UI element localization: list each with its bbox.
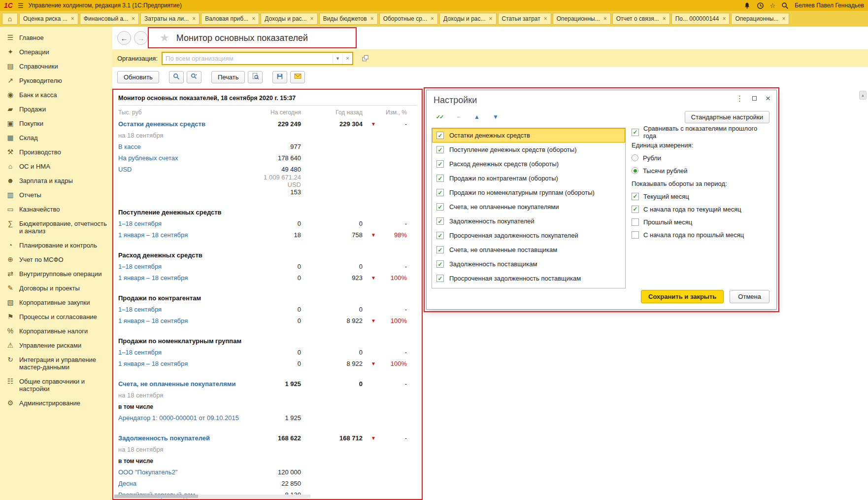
tab-close-icon[interactable]: ×: [310, 15, 314, 22]
report-link[interactable]: 1 января – 18 сентября: [118, 317, 257, 324]
sidebar-item[interactable]: ☻Зарплата и кадры: [0, 174, 112, 188]
report-link[interactable]: Задолженность покупателей: [118, 434, 257, 442]
scrollbar-up-button[interactable]: ▲: [859, 91, 867, 100]
main-menu-icon[interactable]: ☰: [18, 2, 24, 9]
sidebar-item[interactable]: ↗Руководителю: [0, 73, 112, 88]
organization-input[interactable]: [163, 53, 333, 64]
period-checkbox-row[interactable]: С начала года по прошлый месяц: [632, 228, 771, 241]
sidebar-item[interactable]: ▧Корпоративные закупки: [0, 295, 112, 310]
sidebar-item[interactable]: ↻Интеграция и управление мастер-данными: [0, 353, 112, 374]
standard-settings-button[interactable]: Стандартные настройки: [685, 111, 769, 123]
report-link[interactable]: Счета, не оплаченные покупателями: [118, 380, 257, 388]
period-checkbox[interactable]: [632, 218, 639, 226]
sidebar-item[interactable]: ⚒Производство: [0, 145, 112, 159]
current-user[interactable]: Беляев Павел Геннадьев: [795, 2, 864, 9]
preview-button[interactable]: [248, 71, 263, 83]
sidebar-item[interactable]: ▭Казначейство: [0, 202, 112, 216]
sidebar-item[interactable]: ▦Склад: [0, 131, 112, 145]
save-button[interactable]: [272, 71, 287, 83]
dropdown-chevron-icon[interactable]: ▾: [333, 53, 342, 64]
report-link[interactable]: Арендатор 1: 0000-000001 от 09.10.2015: [118, 414, 257, 422]
tab-close-icon[interactable]: ×: [71, 15, 74, 22]
sidebar-item[interactable]: ▣Покупки: [0, 116, 112, 131]
tab-close-icon[interactable]: ×: [252, 15, 255, 22]
report-link[interactable]: 1 января – 18 сентября: [118, 274, 257, 282]
indicator-item[interactable]: ✓Просроченная задолженность поставщикам: [432, 271, 625, 286]
sidebar-item[interactable]: ◔Планирование и контроль: [0, 238, 112, 252]
tab[interactable]: Статьи затрат×: [498, 13, 551, 25]
save-and-close-button[interactable]: Сохранить и закрыть: [641, 290, 724, 303]
indicator-item[interactable]: ✓Задолженность покупателей: [432, 214, 625, 228]
indicator-checkbox[interactable]: ✓: [436, 146, 444, 153]
tab-close-icon[interactable]: ×: [782, 15, 785, 22]
notifications-bell-icon[interactable]: [743, 2, 751, 9]
indicator-checkbox[interactable]: ✓: [436, 232, 444, 239]
indicator-checkbox[interactable]: ✓: [436, 275, 444, 282]
period-checkbox-row[interactable]: Прошлый месяц: [632, 215, 771, 228]
report-link[interactable]: USD: [118, 166, 257, 173]
close-icon[interactable]: ×: [766, 94, 770, 103]
sidebar-item[interactable]: ⚑Процессы и согласование: [0, 310, 112, 324]
sidebar-item[interactable]: ◉Банк и касса: [0, 88, 112, 102]
indicator-checkbox[interactable]: ✓: [436, 189, 444, 196]
report-link[interactable]: 1 января – 18 сентября: [118, 231, 257, 239]
sidebar-item[interactable]: ∑Бюджетирование, отчетность и анализ: [0, 216, 112, 238]
report-link[interactable]: 1 января – 18 сентября: [118, 360, 257, 367]
tab[interactable]: Операционны...×: [731, 13, 789, 25]
indicator-checkbox[interactable]: ✓: [436, 217, 444, 225]
tab-close-icon[interactable]: ×: [132, 15, 135, 22]
tab-close-icon[interactable]: ×: [370, 15, 374, 22]
back-button[interactable]: ←: [117, 31, 131, 45]
report-link[interactable]: 1–18 сентября: [118, 220, 257, 227]
tab-close-icon[interactable]: ×: [489, 15, 493, 22]
move-up-button[interactable]: ▲: [470, 111, 484, 123]
sidebar-item[interactable]: ▤Справочники: [0, 59, 112, 73]
period-checkbox-row[interactable]: ✓С начала года по текущий месяц: [632, 203, 771, 215]
horizontal-scrollbar[interactable]: [114, 495, 310, 498]
report-link[interactable]: Десна: [118, 480, 257, 487]
unit-radio[interactable]: [632, 167, 638, 174]
indicator-item[interactable]: ✓Продажи по номенклатурным группам (обор…: [432, 185, 625, 200]
sidebar-item[interactable]: ⚠Управление рисками: [0, 338, 112, 353]
report-link[interactable]: Остатки денежных средств: [118, 120, 257, 128]
sidebar-item[interactable]: ✦Операции: [0, 45, 112, 59]
tab[interactable]: Доходы и рас...×: [261, 13, 317, 25]
indicator-item[interactable]: ✓Задолженность поставщикам: [432, 257, 625, 271]
indicator-checkbox[interactable]: ✓: [436, 260, 444, 268]
indicator-checkbox[interactable]: ✓: [436, 160, 444, 168]
compare-checkbox-row[interactable]: ✓ Сравнивать с показателями прошлого год…: [632, 126, 771, 139]
indicator-item[interactable]: ✓Счета, не оплаченные поставщикам: [432, 243, 625, 257]
refresh-button[interactable]: Обновить: [117, 71, 159, 83]
tab-close-icon[interactable]: ×: [663, 15, 666, 22]
indicator-checkbox[interactable]: ✓: [436, 175, 444, 182]
tab-close-icon[interactable]: ×: [544, 15, 547, 22]
favorites-star-icon[interactable]: ☆: [770, 2, 776, 9]
uncheck-all-button[interactable]: ▫▫: [451, 111, 465, 123]
report-link[interactable]: 1–18 сентября: [118, 349, 257, 356]
indicator-item[interactable]: ✓Продажи по контрагентам (обороты): [432, 171, 625, 185]
tab-close-icon[interactable]: ×: [431, 15, 434, 22]
tab[interactable]: Затраты на ли...×: [140, 13, 200, 25]
sidebar-item[interactable]: ⇄Внутригрупповые операции: [0, 267, 112, 281]
history-icon[interactable]: [757, 2, 764, 9]
clear-field-icon[interactable]: ×: [342, 53, 352, 64]
tab[interactable]: Валовая приб...×: [201, 13, 259, 25]
sidebar-item[interactable]: ▥Отчеты: [0, 188, 112, 202]
sidebar-item[interactable]: ☷Общие справочники и настройки: [0, 374, 112, 396]
tab[interactable]: Виды бюджетов×: [319, 13, 378, 25]
print-button[interactable]: Печать: [211, 71, 245, 83]
reset-search-button[interactable]: [187, 71, 201, 83]
report-link[interactable]: 1–18 сентября: [118, 263, 257, 270]
favorite-star-icon[interactable]: ★: [160, 32, 169, 44]
scrollbar-thumb[interactable]: [114, 495, 198, 498]
tab-close-icon[interactable]: ×: [603, 15, 607, 22]
move-down-button[interactable]: ▼: [489, 111, 502, 123]
more-menu-icon[interactable]: ⋮: [736, 95, 743, 102]
sidebar-item[interactable]: ▰Продажи: [0, 102, 112, 116]
unit-radio-row[interactable]: Тысячи рублей: [632, 164, 771, 177]
report-link[interactable]: ООО "Покупатель2": [118, 468, 257, 476]
tab[interactable]: Оборотные ср...×: [379, 13, 438, 25]
indicator-checkbox[interactable]: ✓: [436, 132, 444, 139]
period-checkbox[interactable]: [632, 231, 639, 239]
unit-radio-row[interactable]: Рубли: [632, 151, 771, 164]
